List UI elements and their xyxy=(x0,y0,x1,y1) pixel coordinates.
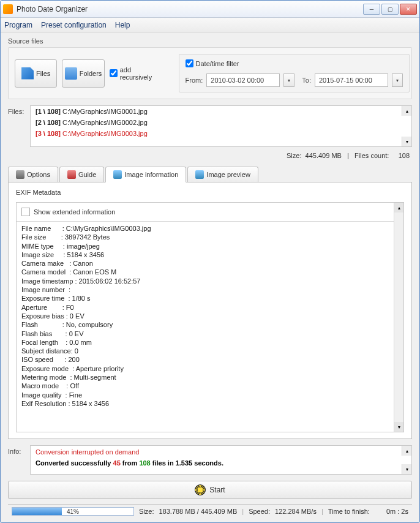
start-button[interactable]: Start xyxy=(8,481,412,499)
status-ttf-label: Time to finish: xyxy=(328,508,370,515)
recursive-label: add recursively xyxy=(120,66,160,81)
menu-help[interactable]: Help xyxy=(115,21,130,29)
image-icon xyxy=(195,170,204,179)
exif-title: EXIF Metadata xyxy=(16,189,404,196)
radiation-icon xyxy=(195,484,206,495)
titlebar: Photo Date Organizer ─ ▢ ✕ xyxy=(1,1,419,18)
to-date-dropdown[interactable]: ▾ xyxy=(392,73,403,87)
from-label: From: xyxy=(186,77,203,84)
file-icon xyxy=(21,67,34,80)
files-stats: Size: 445.409 MB | Files count: 108 xyxy=(10,152,410,159)
status-speed-value: 122.284 MB/s xyxy=(275,508,317,515)
menubar: Program Preset configuration Help xyxy=(1,18,419,32)
source-label: Source files xyxy=(8,37,412,45)
scroll-up-icon[interactable]: ▴ xyxy=(402,106,411,116)
tab-options[interactable]: Options xyxy=(8,167,58,182)
info-label: Info: xyxy=(8,445,26,475)
files-button-label: Files xyxy=(36,70,50,77)
datetime-filter-checkbox[interactable]: Date/time filter xyxy=(186,59,403,67)
start-button-label: Start xyxy=(209,486,225,494)
info-box: Conversion interrupted on demand Convert… xyxy=(30,445,412,475)
datetime-filter-input[interactable] xyxy=(186,59,193,67)
filter-panel: Date/time filter From: 2010-03-02 00:00 … xyxy=(179,54,410,92)
checkbox-icon[interactable] xyxy=(21,208,30,216)
folders-button-label: Folders xyxy=(80,70,102,77)
folder-icon xyxy=(65,67,77,80)
tab-panel: EXIF Metadata Show extended information … xyxy=(8,182,412,439)
tabs: Options Guide Image information Image pr… xyxy=(8,167,412,182)
scroll-up-icon[interactable]: ▴ xyxy=(402,446,411,456)
list-item[interactable]: [1 \ 108] C:\MyGraphics\IMG0001.jpg xyxy=(31,106,411,117)
datetime-filter-label: Date/time filter xyxy=(196,60,239,67)
scroll-down-icon[interactable]: ▾ xyxy=(402,137,411,146)
scroll-up-icon[interactable]: ▴ xyxy=(394,203,403,213)
list-item[interactable]: [2 \ 108] C:\MyGraphics\IMG0002.jpg xyxy=(31,117,411,128)
from-date-input[interactable]: 2010-03-02 00:00 xyxy=(206,73,280,87)
exif-scrollbar[interactable]: ▴ ▾ xyxy=(394,203,403,432)
from-date-dropdown[interactable]: ▾ xyxy=(283,73,294,87)
wrench-icon xyxy=(16,170,24,179)
window-title: Photo Date Organizer xyxy=(17,5,363,13)
minimize-button[interactable]: ─ xyxy=(363,4,380,15)
scroll-down-icon[interactable]: ▾ xyxy=(402,464,411,474)
tab-guide[interactable]: Guide xyxy=(59,167,104,182)
extended-info-checkbox[interactable]: Show extended information xyxy=(21,206,399,220)
exif-text: File name : C:\MyGraphics\IMG0003.jpg Fi… xyxy=(21,224,399,408)
recursive-checkbox[interactable]: add recursively xyxy=(110,66,160,81)
extended-info-label: Show extended information xyxy=(34,208,115,216)
menu-preset[interactable]: Preset configuration xyxy=(41,21,107,29)
close-button[interactable]: ✕ xyxy=(400,4,417,15)
exif-box: Show extended information File name : C:… xyxy=(16,202,404,432)
maximize-button[interactable]: ▢ xyxy=(381,4,399,15)
info-line2: Converted successfully 45 from 108 files… xyxy=(36,459,407,467)
to-label: To: xyxy=(302,77,311,84)
status-size-label: Size: xyxy=(139,508,154,515)
list-item[interactable]: [3 \ 108] C:\MyGraphics\IMG0003.jpg xyxy=(31,128,411,139)
app-icon xyxy=(3,4,13,14)
folders-button[interactable]: Folders xyxy=(62,59,104,88)
to-date-input[interactable]: 2015-07-15 00:00 xyxy=(315,73,388,87)
info-line1: Conversion interrupted on demand xyxy=(36,448,407,456)
files-list[interactable]: [1 \ 108] C:\MyGraphics\IMG0001.jpg [2 \… xyxy=(30,105,412,147)
recursive-checkbox-input[interactable] xyxy=(110,69,118,77)
progress-percent: 41% xyxy=(12,508,133,515)
statusbar: 41% Size: 183.788 MB / 445.409 MB | Spee… xyxy=(8,504,412,517)
progress-bar: 41% xyxy=(12,507,134,516)
scroll-down-icon[interactable]: ▾ xyxy=(394,422,403,432)
files-button[interactable]: Files xyxy=(15,59,57,88)
image-icon xyxy=(113,170,122,179)
app-window: Photo Date Organizer ─ ▢ ✕ Program Prese… xyxy=(0,0,420,523)
tab-image-preview[interactable]: Image preview xyxy=(187,167,258,182)
source-panel: Files Folders add recursively Date/time … xyxy=(8,47,412,99)
book-icon xyxy=(67,170,76,179)
tab-image-information[interactable]: Image information xyxy=(105,167,186,182)
status-speed-label: Speed: xyxy=(249,508,270,515)
status-ttf-value: 0m : 2s xyxy=(386,508,408,515)
menu-program[interactable]: Program xyxy=(4,21,32,29)
files-label: Files: xyxy=(8,105,26,147)
status-size-value: 183.788 MB / 445.409 MB xyxy=(159,508,237,515)
